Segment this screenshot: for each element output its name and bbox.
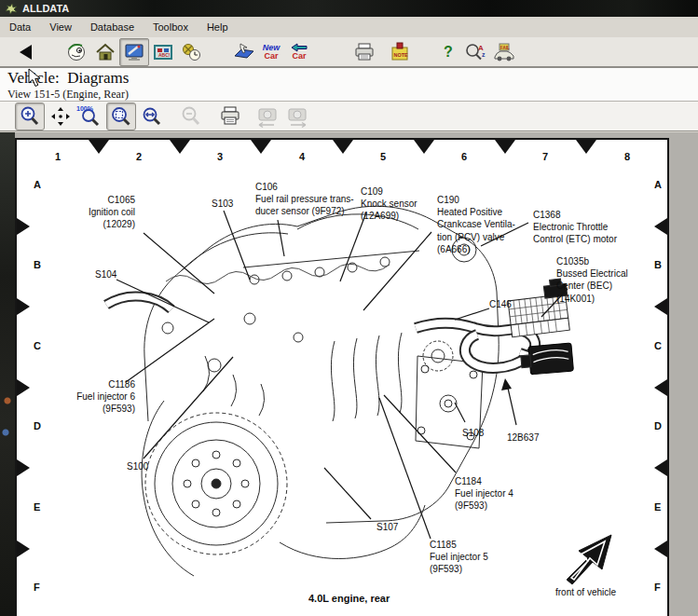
search-az-icon: A z [464, 42, 488, 62]
next-capture-button [283, 103, 311, 130]
grid-row-f-left: F [34, 582, 40, 593]
menu-data[interactable]: Data [0, 19, 40, 35]
search-az-button[interactable]: A z [462, 39, 490, 65]
menu-view[interactable]: View [40, 19, 81, 35]
print-button[interactable] [350, 39, 378, 65]
svg-text:ABC!: ABC! [158, 52, 171, 58]
note-stamp-icon: NOTE [389, 42, 411, 62]
grid-marker [654, 218, 667, 235]
previous-car-button[interactable]: Car [285, 39, 313, 65]
callout-12B637: 12B637 [507, 431, 539, 444]
grid-marker [17, 379, 30, 396]
tsb-icon: ABC! [152, 42, 174, 62]
vehicle-report-button[interactable]: FAIL [490, 39, 518, 65]
callout-C106: C106 Fuel rail pressure trans- ducer sen… [255, 181, 354, 218]
callout-C190: C190 Heated Positive Crankcase Ventila- … [437, 194, 515, 255]
grid-col-1: 1 [55, 151, 61, 162]
page-subtitle: View 151-5 (Engine, Rear) [7, 88, 129, 102]
tsb-button[interactable]: ABC! [149, 39, 177, 65]
grid-col-5: 5 [380, 151, 386, 162]
grid-row-f-right: F [654, 582, 661, 593]
diagram-page[interactable]: 1 2 3 4 5 6 7 8 A B C D E F A B C D E F [15, 138, 669, 616]
grid-marker [576, 140, 596, 154]
zoom-toolbar: 100% [0, 101, 698, 131]
vehicle-report-icon: FAIL [492, 42, 516, 62]
mascot-icon [66, 42, 89, 62]
callout-C1368: C1368 Electronic Throttle Control (ETC) … [533, 209, 617, 246]
printer-icon [219, 106, 241, 127]
maintenance-icon [180, 42, 202, 62]
select-vehicle-button[interactable] [229, 39, 257, 65]
front-of-vehicle-label: front of vehicle [555, 587, 616, 597]
fit-width-button[interactable] [138, 103, 166, 130]
svg-text:NOTE: NOTE [394, 52, 409, 58]
grid-col-3: 3 [217, 151, 223, 162]
zoom-100-label: 100% [76, 105, 93, 112]
printer-icon [353, 43, 376, 62]
diagrams-icon [123, 42, 145, 62]
back-button[interactable] [11, 39, 39, 65]
grid-marker [251, 140, 271, 154]
scheduled-maintenance-button[interactable] [177, 39, 205, 65]
print-view-button[interactable] [216, 103, 244, 130]
previous-capture-button [253, 103, 281, 130]
svg-text:FAIL: FAIL [500, 46, 510, 50]
fit-page-icon [110, 105, 132, 128]
grid-col-6: 6 [461, 151, 467, 162]
zoom-in-icon [19, 105, 41, 128]
vehicle-diagrams-button[interactable] [119, 38, 149, 66]
front-of-vehicle-arrow-icon [567, 535, 611, 584]
page-title: Vehicle: Diagrams [7, 69, 129, 88]
menu-database[interactable]: Database [81, 19, 144, 35]
callout-C109: C109 Knock sensor (12A699) [361, 185, 417, 223]
alldata-window: { "window": {"title": "ALLDATA"}, "menub… [0, 0, 698, 616]
new-car-icon: New Car [263, 44, 281, 61]
new-car-button[interactable]: New Car [257, 39, 285, 65]
callout-S104: S104 [95, 268, 116, 281]
callout-C1185: C1185 Fuel injector 5 (9F593) [430, 539, 488, 576]
notes-button[interactable]: NOTE [386, 39, 414, 65]
grid-col-2: 2 [136, 151, 142, 162]
main-toolbar: ABC! New Car Car [0, 37, 698, 68]
menu-bar: Data View Database Toolbox Help [0, 17, 698, 38]
grid-marker [17, 218, 30, 235]
title-bar: ALLDATA [0, 0, 698, 17]
grid-marker [89, 140, 109, 154]
callout-C1186: C1186 Fuel injector 6 (9F593) [51, 378, 135, 416]
hand-keyboard-icon [231, 42, 255, 62]
grid-row-e-left: E [34, 501, 40, 513]
grid-col-8: 8 [624, 151, 630, 162]
home-icon [94, 42, 116, 62]
grid-marker [170, 140, 190, 154]
fit-page-button[interactable] [106, 103, 136, 130]
diagram-caption: 4.0L engine, rear [308, 593, 390, 604]
grid-row-a-right: A [654, 179, 662, 190]
grid-row-b-left: B [34, 259, 41, 270]
mascot-button[interactable] [63, 39, 91, 65]
skin-background [0, 132, 15, 616]
pan-icon [49, 105, 72, 128]
zoom-out-button [177, 103, 205, 130]
previous-car-icon: Car [290, 43, 308, 61]
menu-toolbox[interactable]: Toolbox [144, 19, 198, 35]
grid-marker [17, 459, 30, 476]
home-button[interactable] [91, 39, 119, 65]
grid-marker [17, 541, 30, 557]
grid-marker [654, 541, 667, 557]
callout-C1184: C1184 Fuel injector 4 (9F593) [455, 475, 513, 513]
grid-col-4: 4 [299, 151, 305, 162]
menu-help[interactable]: Help [198, 19, 238, 35]
fit-width-icon [141, 105, 163, 128]
grid-row-e-right: E [654, 501, 661, 513]
help-button[interactable]: ? [434, 39, 462, 65]
camera-forward-icon [285, 105, 309, 128]
zoom-in-button[interactable] [15, 103, 45, 130]
grid-row-b-right: B [654, 259, 662, 270]
pan-button[interactable] [47, 103, 75, 130]
back-arrow-icon [20, 45, 32, 60]
zoom-100-button[interactable]: 100% [76, 103, 104, 130]
app-icon [5, 3, 18, 15]
window-title: ALLDATA [22, 3, 69, 14]
grid-marker [333, 140, 353, 154]
grid-marker [654, 459, 667, 476]
